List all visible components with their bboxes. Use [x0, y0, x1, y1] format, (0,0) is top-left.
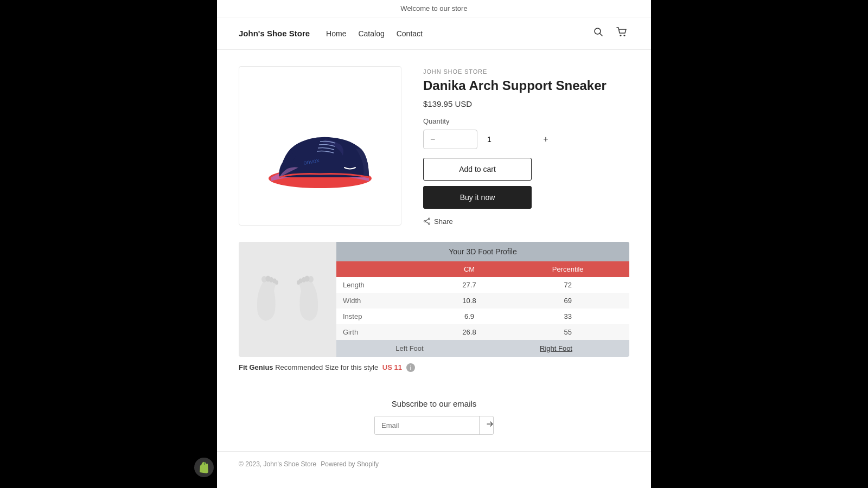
foot-profile-section: Your 3D Foot Profile CM Percentile Lengt… — [217, 242, 651, 388]
share-link[interactable]: Share — [423, 217, 629, 226]
footer-copyright: © 2023, John's Shoe Store — [239, 460, 316, 468]
table-row: Girth 26.8 55 — [336, 324, 629, 340]
row-pct-girth: 55 — [506, 324, 629, 340]
header-icons — [591, 25, 629, 42]
nav-contact[interactable]: Contact — [397, 29, 423, 38]
svg-point-8 — [424, 221, 426, 222]
subscribe-title: Subscribe to our emails — [239, 399, 629, 408]
svg-line-10 — [426, 222, 429, 223]
row-cm-instep: 6.9 — [432, 309, 507, 324]
row-pct-length: 72 — [506, 277, 629, 293]
share-icon — [423, 217, 431, 225]
row-label-length: Length — [336, 277, 432, 293]
quantity-label: Quantity — [423, 117, 629, 125]
search-button[interactable] — [591, 25, 605, 42]
row-cm-girth: 26.8 — [432, 324, 507, 340]
subscribe-form — [374, 416, 494, 435]
row-cm-width: 10.8 — [432, 293, 507, 309]
subscribe-button[interactable] — [479, 416, 494, 434]
right-foot-tab[interactable]: Right Foot — [483, 340, 629, 357]
header: John's Shoe Store Home Catalog Contact — [217, 17, 651, 50]
svg-point-2 — [620, 35, 622, 36]
svg-point-15 — [275, 280, 278, 285]
right-foot-image — [291, 275, 321, 324]
svg-point-3 — [624, 35, 626, 36]
table-row: Length 27.7 72 — [336, 277, 629, 293]
quantity-decrease-button[interactable]: − — [424, 130, 442, 149]
foot-svg-placeholder — [254, 275, 321, 324]
table-header-row: CM Percentile — [336, 261, 629, 277]
row-cm-length: 27.7 — [432, 277, 507, 293]
quantity-control: − + — [423, 130, 477, 149]
product-image: onvox — [255, 92, 385, 200]
cart-icon — [616, 27, 627, 37]
svg-point-7 — [429, 223, 430, 224]
svg-point-6 — [429, 218, 430, 220]
product-price: $139.95 USD — [423, 99, 629, 108]
foot-profile-title: Your 3D Foot Profile — [336, 242, 629, 261]
store-name-link[interactable]: John's Shoe Store — [239, 29, 310, 38]
fit-genius-label: Fit Genius — [239, 363, 273, 371]
left-foot-tab[interactable]: Left Foot — [336, 340, 483, 357]
subscribe-section: Subscribe to our emails — [217, 388, 651, 451]
left-foot-image — [254, 275, 284, 324]
product-details: JOHN SHOE STORE Danika Arch Support Snea… — [423, 66, 629, 226]
table-row: Width 10.8 69 — [336, 293, 629, 309]
fit-genius-row: Fit Genius Recommended Size for this sty… — [239, 357, 629, 372]
fit-genius-size: US 11 — [382, 363, 402, 371]
row-pct-width: 69 — [506, 293, 629, 309]
vendor-label: JOHN SHOE STORE — [423, 68, 629, 75]
product-title: Danika Arch Support Sneaker — [423, 78, 629, 94]
foot-tab-row: Left Foot Right Foot — [336, 340, 629, 357]
shopify-badge[interactable] — [194, 458, 214, 477]
foot-profile-table: CM Percentile Length 27.7 72 Width 10.8 — [336, 261, 629, 340]
svg-line-1 — [600, 34, 603, 36]
table-header-blank — [336, 261, 432, 277]
main-nav: Home Catalog Contact — [326, 29, 423, 38]
share-label: Share — [434, 217, 453, 226]
cart-button[interactable] — [614, 25, 629, 42]
quantity-increase-button[interactable]: + — [537, 130, 554, 149]
nav-catalog[interactable]: Catalog — [358, 29, 384, 38]
announcement-text: Welcome to our store — [400, 4, 467, 12]
footer: © 2023, John's Shoe Store Powered by Sho… — [217, 451, 651, 477]
product-image-container: onvox — [239, 66, 401, 226]
svg-line-9 — [426, 219, 429, 221]
email-input[interactable] — [375, 416, 479, 434]
fit-genius-text: Recommended Size for this style — [275, 363, 378, 371]
add-to-cart-button[interactable]: Add to cart — [423, 158, 532, 181]
quantity-input[interactable] — [442, 135, 537, 144]
foot-profile-card: Your 3D Foot Profile CM Percentile Lengt… — [239, 242, 629, 357]
row-label-instep: Instep — [336, 309, 432, 324]
header-left: John's Shoe Store Home Catalog Contact — [239, 29, 423, 38]
table-header-percentile: Percentile — [506, 261, 629, 277]
table-header-cm: CM — [432, 261, 507, 277]
info-icon[interactable]: i — [406, 363, 415, 372]
foot-data-area: Your 3D Foot Profile CM Percentile Lengt… — [336, 242, 629, 357]
main-content: onvox JOHN SHOE STORE Danika Arch Suppor… — [217, 50, 651, 242]
nav-home[interactable]: Home — [326, 29, 346, 38]
table-row: Instep 6.9 33 — [336, 309, 629, 324]
arrow-right-icon — [486, 420, 494, 428]
foot-image-area — [239, 242, 336, 357]
announcement-bar: Welcome to our store — [217, 0, 651, 17]
footer-powered: Powered by Shopify — [321, 460, 379, 468]
row-label-girth: Girth — [336, 324, 432, 340]
search-icon — [593, 27, 603, 37]
row-label-width: Width — [336, 293, 432, 309]
buy-now-button[interactable]: Buy it now — [423, 186, 532, 209]
svg-point-20 — [297, 280, 300, 285]
shopify-icon — [199, 461, 209, 473]
row-pct-instep: 33 — [506, 309, 629, 324]
